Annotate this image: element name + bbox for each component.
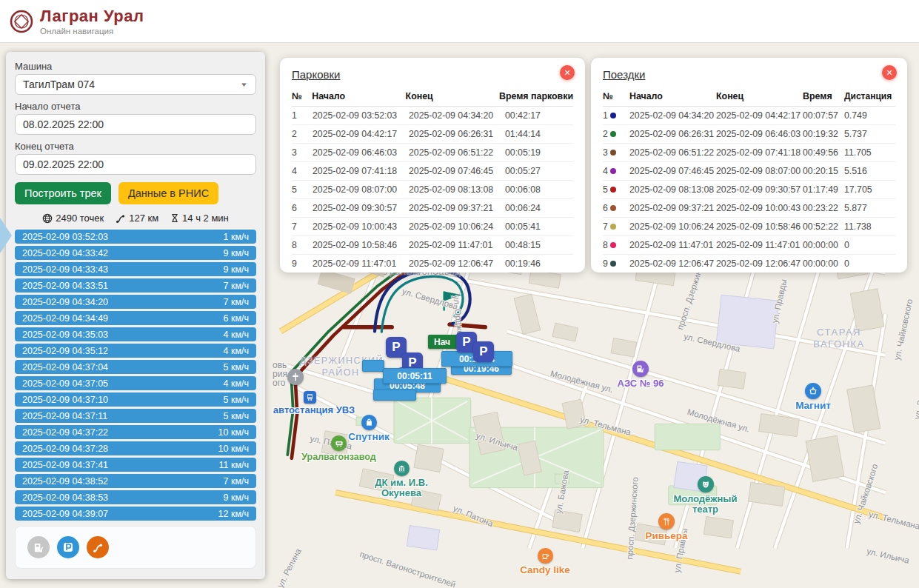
- trip-row[interactable]: 4 2025-02-09 07:46:45 2025-02-09 08:07:0…: [603, 162, 895, 181]
- track-point-row[interactable]: 2025-02-09 04:33:51 7 км/ч: [15, 278, 256, 293]
- track-point-time: 2025-02-09 04:37:10: [22, 395, 108, 405]
- trip-end: 2025-02-09 09:30:57: [716, 184, 803, 195]
- trip-number-cell: 9: [603, 258, 629, 269]
- column-header: №: [292, 91, 312, 101]
- report-end-input[interactable]: [15, 154, 256, 175]
- trip-distance: 0: [844, 258, 895, 269]
- column-header: Время парковки: [499, 91, 573, 101]
- track-point-speed: 5 км/ч: [224, 362, 249, 372]
- parkings-panel-title[interactable]: Парковки: [292, 68, 340, 81]
- trip-row[interactable]: 1 2025-02-09 04:34:20 2025-02-09 04:42:1…: [603, 107, 895, 125]
- parking-tooltip[interactable]: 00:05:11: [383, 368, 447, 384]
- trip-end: 2025-02-09 11:47:01: [716, 240, 803, 250]
- trip-row[interactable]: 8 2025-02-09 11:47:01 2025-02-09 11:47:0…: [603, 236, 895, 255]
- trip-row[interactable]: 6 2025-02-09 09:37:21 2025-02-09 10:00:4…: [603, 199, 895, 218]
- trip-time: 00:07:57: [803, 110, 844, 121]
- vehicle-select[interactable]: ТагилТрам 074 ▼: [15, 74, 256, 95]
- track-stats: 2490 точек 127 км 14 ч 2 мин: [15, 213, 256, 224]
- close-icon[interactable]: ✕: [882, 65, 897, 80]
- trip-row[interactable]: 2 2025-02-09 06:26:31 2025-02-09 06:46:0…: [603, 125, 895, 144]
- poi-label: Candy like: [517, 565, 573, 576]
- track-point-time: 2025-02-09 04:37:04: [22, 362, 108, 372]
- trip-time: 00:00:00: [803, 258, 844, 269]
- parking-row[interactable]: 5 2025-02-09 08:07:00 2025-02-09 08:13:0…: [292, 181, 573, 199]
- track-point-row[interactable]: 2025-02-09 04:37:22 10 км/ч: [15, 425, 256, 439]
- trips-toggle[interactable]: [87, 536, 109, 558]
- track-point-row[interactable]: 2025-02-09 04:37:28 10 км/ч: [15, 441, 256, 455]
- parking-number: 8: [292, 240, 313, 250]
- poi-label: Ривьера: [641, 531, 692, 542]
- parkings-toggle[interactable]: [57, 536, 79, 558]
- track-point-time: 2025-02-09 04:37:11: [22, 411, 107, 421]
- trip-color-dot: [610, 150, 616, 156]
- parking-start: 2025-02-09 06:46:03: [313, 147, 409, 158]
- parking-row[interactable]: 7 2025-02-09 10:00:43 2025-02-09 10:06:2…: [292, 218, 573, 236]
- track-point-time: 2025-02-09 04:38:53: [22, 492, 108, 503]
- track-point-row[interactable]: 2025-02-09 04:37:04 5 км/ч: [15, 360, 256, 374]
- parking-duration: 00:42:17: [505, 110, 573, 121]
- trip-time: 01:17:49: [803, 184, 844, 195]
- column-header: Начало: [312, 91, 405, 101]
- track-point-row[interactable]: 2025-02-09 04:37:10 5 км/ч: [15, 392, 256, 407]
- track-point-row[interactable]: 2025-02-09 04:39:07 12 км/ч: [15, 507, 256, 521]
- track-point-speed: 4 км/ч: [224, 346, 249, 356]
- report-start-input[interactable]: [15, 114, 256, 135]
- track-point-row[interactable]: 2025-02-09 04:38:52 7 км/ч: [15, 474, 256, 488]
- vehicle-select-value: ТагилТрам 074: [23, 78, 95, 90]
- trip-row[interactable]: 3 2025-02-09 06:51:22 2025-02-09 07:41:1…: [603, 144, 895, 162]
- track-point-speed: 9 км/ч: [224, 248, 249, 258]
- report-end-label: Конец отчета: [15, 141, 256, 152]
- parking-number: 2: [292, 129, 313, 139]
- parking-duration: 00:06:08: [505, 184, 573, 195]
- track-point-row[interactable]: 2025-02-09 04:35:03 4 км/ч: [15, 327, 256, 341]
- track-point-speed: 4 км/ч: [224, 378, 249, 389]
- parking-marker[interactable]: P: [473, 341, 494, 362]
- church-label-fragment: ого: [273, 378, 285, 388]
- trip-end: 2025-02-09 07:41:18: [716, 147, 803, 158]
- close-icon[interactable]: ✕: [560, 65, 575, 80]
- track-point-row[interactable]: 2025-02-09 04:37:41 11 км/ч: [15, 458, 256, 472]
- track-point-row[interactable]: 2025-02-09 04:34:49 6 км/ч: [15, 311, 256, 325]
- track-point-row[interactable]: 2025-02-09 04:35:12 4 км/ч: [15, 344, 256, 358]
- trip-row[interactable]: 5 2025-02-09 08:13:08 2025-02-09 09:30:5…: [603, 181, 895, 199]
- parking-tooltip[interactable]: [362, 360, 384, 372]
- track-point-speed: 9 км/ч: [224, 264, 249, 275]
- track-point-row[interactable]: 2025-02-09 04:38:53 9 км/ч: [15, 490, 256, 504]
- track-point-speed: 11 км/ч: [219, 460, 250, 470]
- track-point-time: 2025-02-09 04:34:49: [22, 313, 108, 324]
- parking-row[interactable]: 6 2025-02-09 09:30:57 2025-02-09 09:37:2…: [292, 199, 573, 218]
- route-icon: [116, 213, 126, 224]
- parking-row[interactable]: 1 2025-02-09 03:52:03 2025-02-09 04:34:2…: [292, 107, 573, 125]
- trips-panel-title[interactable]: Поездки: [603, 68, 645, 81]
- track-point-row[interactable]: 2025-02-09 03:52:03 1 км/ч: [15, 230, 256, 244]
- track-point-row[interactable]: 2025-02-09 04:37:11 5 км/ч: [15, 409, 256, 423]
- track-point-row[interactable]: 2025-02-09 04:33:43 9 км/ч: [15, 262, 256, 276]
- trip-row[interactable]: 7 2025-02-09 10:06:24 2025-02-09 10:58:4…: [603, 218, 895, 236]
- trip-distance: 5.516: [844, 166, 895, 176]
- parking-row[interactable]: 2 2025-02-09 04:42:17 2025-02-09 06:26:3…: [292, 125, 573, 144]
- parking-row[interactable]: 4 2025-02-09 07:41:18 2025-02-09 07:46:4…: [292, 162, 573, 181]
- trip-color-dot: [610, 224, 616, 230]
- trip-color-dot: [610, 242, 616, 248]
- fuel-stations-toggle[interactable]: [27, 536, 50, 558]
- parking-row[interactable]: 9 2025-02-09 11:47:01 2025-02-09 12:06:4…: [292, 255, 573, 273]
- trip-color-dot: [610, 168, 616, 174]
- track-point-row[interactable]: 2025-02-09 04:37:05 4 км/ч: [15, 376, 256, 390]
- trip-row[interactable]: 9 2025-02-09 12:06:47 2025-02-09 12:06:4…: [603, 255, 895, 273]
- parking-row[interactable]: 8 2025-02-09 10:58:46 2025-02-09 11:47:0…: [292, 236, 573, 255]
- track-point-time: 2025-02-09 04:37:28: [22, 444, 108, 454]
- parking-tooltip[interactable]: [373, 390, 416, 401]
- sidebar-collapse-handle[interactable]: [0, 218, 12, 253]
- track-point-row[interactable]: 2025-02-09 04:34:20 7 км/ч: [15, 295, 256, 309]
- column-header: Время: [803, 91, 844, 101]
- track-point-row[interactable]: 2025-02-09 04:33:42 9 км/ч: [15, 246, 256, 260]
- track-point-speed: 6 км/ч: [224, 313, 249, 324]
- poi-bus-station: автостанция УВЗ: [273, 391, 355, 415]
- parking-row[interactable]: 3 2025-02-09 06:46:03 2025-02-09 06:51:2…: [292, 144, 573, 162]
- rnis-data-button[interactable]: Данные в РНИС: [118, 182, 218, 204]
- build-track-button[interactable]: Построить трек: [15, 182, 111, 204]
- poi-candy-like: Candy like: [517, 548, 573, 576]
- parking-end: 2025-02-09 11:47:01: [409, 240, 505, 250]
- poi-dk-okuneva: ДК им. И.В. Окунева: [364, 461, 438, 499]
- parking-number: 4: [292, 166, 313, 176]
